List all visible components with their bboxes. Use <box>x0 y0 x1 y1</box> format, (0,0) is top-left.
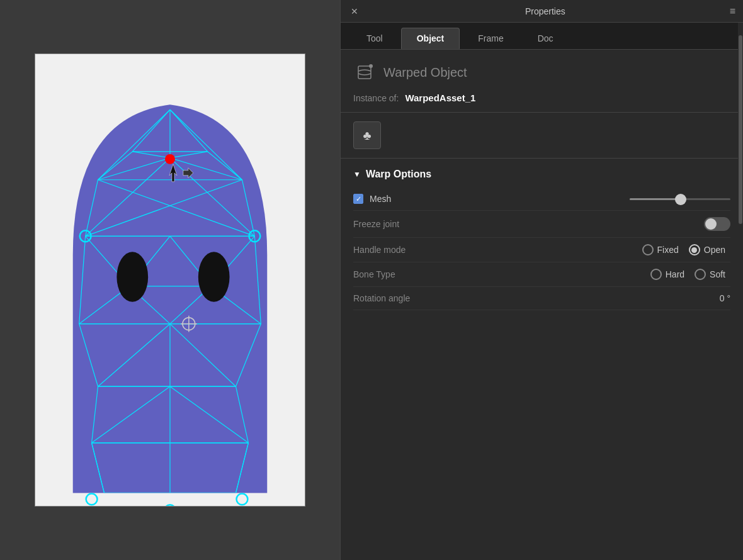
toggle-knob <box>705 218 717 230</box>
collapse-chevron-icon: ▼ <box>353 170 361 179</box>
freeze-joint-label: Freeze joint <box>353 219 704 229</box>
mesh-checkbox[interactable]: ✓ <box>353 194 363 204</box>
handle-open-label: Open <box>704 245 725 255</box>
rotation-angle-label: Rotation angle <box>353 293 720 303</box>
scrollbar-thumb[interactable] <box>739 35 742 224</box>
instance-value: WarpedAsset_1 <box>405 92 475 103</box>
action-btn-row: ♣ <box>341 113 743 159</box>
warp-options-header[interactable]: ▼ Warp Options <box>353 159 730 188</box>
mesh-slider-fill <box>630 198 680 200</box>
panel-titlebar: ✕ Properties ≡ <box>341 0 743 23</box>
freeze-joint-row: Freeze joint <box>353 211 730 238</box>
handle-open-option[interactable]: Open <box>689 244 730 255</box>
mesh-slider-thumb[interactable] <box>675 194 686 205</box>
warp-options-title: Warp Options <box>366 169 431 180</box>
handle-fixed-radio[interactable] <box>642 244 654 255</box>
bone-hard-label: Hard <box>666 269 684 279</box>
control-point-bottom-mid[interactable] <box>164 505 176 506</box>
tab-tool[interactable]: Tool <box>351 28 399 49</box>
handle-mode-label: Handle mode <box>353 245 642 255</box>
rotation-angle-row: Rotation angle 0 ° <box>353 287 730 310</box>
bone-type-label: Bone Type <box>353 269 650 279</box>
mesh-slider[interactable] <box>630 198 730 200</box>
warp-options-section: ▼ Warp Options ✓ Mesh Freeze <box>341 159 743 310</box>
bone-type-controls: Hard Soft <box>650 269 730 280</box>
bone-soft-radio[interactable] <box>695 269 706 280</box>
handle-open-radio[interactable] <box>689 244 700 255</box>
left-eye <box>116 252 148 302</box>
mesh-checkbox-wrapper: ✓ Mesh <box>353 194 391 204</box>
handle-mode-row: Handle mode Fixed Open <box>353 238 730 262</box>
panel-title: Properties <box>525 6 565 16</box>
handle-fixed-label: Fixed <box>657 245 679 255</box>
object-header: Warped Object Instance of: WarpedAsset_1 <box>341 50 743 113</box>
scrollbar-track <box>738 23 743 560</box>
mesh-svg[interactable] <box>35 54 305 506</box>
rotation-angle-controls: 0 ° <box>720 293 730 303</box>
panel-menu-button[interactable]: ≡ <box>730 6 735 17</box>
selected-control-point[interactable] <box>165 154 175 164</box>
svg-rect-64 <box>358 66 371 79</box>
object-name: Warped Object <box>383 65 467 80</box>
instance-row: Instance of: WarpedAsset_1 <box>353 92 730 103</box>
bone-type-row: Bone Type Hard Soft <box>353 262 730 287</box>
canvas-frame <box>35 53 305 507</box>
close-button[interactable]: ✕ <box>348 5 361 18</box>
tab-frame[interactable]: Frame <box>462 28 519 49</box>
tabs-row: Tool Object Frame Doc <box>341 23 743 50</box>
handle-open-radio-fill <box>691 247 697 253</box>
action-button[interactable]: ♣ <box>353 121 381 149</box>
svg-point-65 <box>369 64 373 68</box>
control-point-bottom-right[interactable] <box>237 493 248 505</box>
mesh-label: Mesh <box>370 194 391 204</box>
mesh-option-row: ✓ Mesh <box>353 188 730 211</box>
right-eye <box>198 252 230 302</box>
tab-doc[interactable]: Doc <box>522 28 569 49</box>
tab-object[interactable]: Object <box>401 28 460 49</box>
freeze-joint-controls <box>704 217 730 231</box>
freeze-joint-toggle[interactable] <box>704 217 730 231</box>
object-title-row: Warped Object <box>353 61 730 84</box>
bone-hard-radio[interactable] <box>650 269 662 280</box>
canvas-area <box>0 0 340 560</box>
instance-label: Instance of: <box>353 93 399 103</box>
bone-hard-option[interactable]: Hard <box>650 269 689 280</box>
panel-content: Warped Object Instance of: WarpedAsset_1… <box>341 50 743 560</box>
warp-object-icon <box>353 61 376 84</box>
properties-panel: ✕ Properties ≡ Tool Object Frame Doc <box>340 0 743 560</box>
rotation-angle-value[interactable]: 0 ° <box>720 293 730 303</box>
bone-soft-option[interactable]: Soft <box>695 269 730 280</box>
control-point-bottom-left[interactable] <box>86 493 98 505</box>
handle-mode-controls: Fixed Open <box>642 244 730 255</box>
handle-fixed-option[interactable]: Fixed <box>642 244 684 255</box>
bone-soft-label: Soft <box>710 269 725 279</box>
canvas-inner[interactable] <box>35 54 305 506</box>
